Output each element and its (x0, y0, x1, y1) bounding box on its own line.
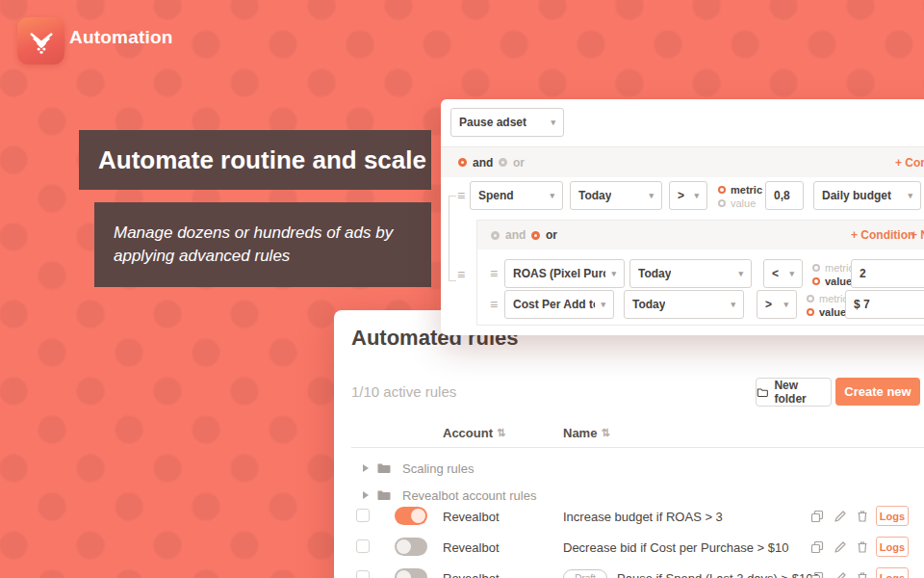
delete-icon[interactable] (856, 571, 869, 578)
column-header-account[interactable]: Account ⇅ (443, 426, 505, 440)
rule-name-cell: Increase budget if ROAS > 3 (563, 510, 723, 524)
divider (351, 447, 924, 448)
sort-icon: ⇅ (497, 427, 505, 439)
edit-icon[interactable] (834, 571, 847, 578)
chevron-down-icon: ▾ (550, 191, 554, 200)
value-input[interactable]: $ 7 (845, 290, 924, 319)
condition-group-header: and or + Condition (441, 147, 924, 177)
metric-value-radios: metric value (807, 292, 848, 319)
page-title: Automation (69, 27, 173, 48)
rule-row: Revealbot Increase budget if ROAS > 3 Lo… (334, 501, 924, 532)
row-checkbox[interactable] (356, 539, 370, 553)
chevron-down-icon: ▾ (649, 191, 654, 200)
radio-selected-icon (807, 308, 814, 316)
radio-unselected-icon (807, 295, 814, 302)
operator-select[interactable]: > ▾ (669, 181, 707, 210)
value-input[interactable]: 2 (851, 259, 924, 288)
edit-icon[interactable] (834, 540, 847, 554)
folder-row[interactable]: Scaling rules (334, 455, 924, 482)
metric-radio[interactable]: metric (718, 183, 762, 197)
new-folder-button[interactable]: New folder (756, 378, 832, 407)
radio-selected-icon (458, 158, 467, 167)
chevron-down-icon: ▾ (611, 269, 616, 278)
value-input[interactable]: 0,8 (765, 181, 804, 210)
drag-handle[interactable]: ≡ (457, 268, 465, 281)
folder-icon (377, 489, 391, 501)
chevron-down-icon: ▾ (601, 300, 605, 309)
account-cell: Revealbot (443, 540, 500, 555)
create-new-button[interactable]: Create new (835, 378, 920, 406)
add-new-group-link[interactable]: + New group (911, 221, 924, 250)
duplicate-icon[interactable] (810, 540, 824, 554)
metric-value-radios: metric value (718, 183, 762, 210)
metric-value-radios: metric value (812, 261, 854, 288)
chevron-down-icon: ▾ (731, 300, 735, 309)
folder-icon (377, 462, 391, 474)
delete-icon[interactable] (856, 540, 869, 554)
edit-icon[interactable] (834, 510, 847, 523)
radio-selected-icon (718, 186, 726, 194)
page-background: Automation Automate routine and scale Ma… (0, 0, 924, 578)
row-checkbox[interactable] (356, 509, 370, 522)
value-radio[interactable]: value (812, 275, 854, 288)
nested-group-header: and or + Condition + New group (477, 221, 924, 250)
add-condition-link[interactable]: + Condition (895, 147, 924, 177)
rule-enabled-toggle[interactable] (395, 538, 427, 556)
logs-button[interactable]: Logs (876, 506, 909, 526)
revealbot-logo-icon (27, 27, 56, 56)
rule-builder-panel: Pause adset ▾ and or + Condition ≡ ≡ Spe… (441, 99, 924, 335)
radio-unselected-icon (812, 264, 820, 272)
draft-badge: Draft (563, 569, 607, 578)
value-radio[interactable]: value (807, 305, 848, 319)
rule-name-cell: Pause if Spend (Last 3 days) > $100 (617, 571, 820, 578)
drag-handle[interactable]: ≡ (490, 298, 498, 311)
row-checkbox[interactable] (356, 570, 370, 578)
rule-enabled-toggle[interactable] (395, 507, 427, 525)
expand-caret-icon[interactable] (363, 464, 369, 472)
account-cell: Revealbot (443, 571, 500, 578)
column-header-name[interactable]: Name ⇅ (563, 426, 610, 440)
chevron-down-icon: ▾ (551, 118, 555, 127)
or-radio[interactable]: or (499, 147, 525, 177)
chevron-down-icon: ▾ (908, 191, 912, 200)
sort-icon: ⇅ (601, 427, 609, 439)
radio-selected-icon (812, 277, 820, 285)
duplicate-icon[interactable] (810, 571, 824, 578)
or-radio[interactable]: or (531, 221, 557, 250)
tree-bracket (449, 196, 456, 281)
and-radio[interactable]: and (458, 147, 493, 177)
logs-button[interactable]: Logs (876, 537, 909, 557)
drag-handle[interactable]: ≡ (490, 267, 498, 280)
metric-radio[interactable]: metric (807, 292, 848, 305)
compare-metric-select[interactable]: Daily budget ▾ (813, 181, 921, 210)
metric-select[interactable]: ROAS (Pixel Purchase Rev ▾ (504, 259, 625, 288)
operator-select[interactable]: > ▾ (757, 290, 797, 319)
timerange-select[interactable]: Today ▾ (624, 290, 744, 319)
duplicate-icon[interactable] (810, 510, 824, 523)
metric-select[interactable]: Spend ▾ (470, 181, 563, 210)
operator-select[interactable]: < ▾ (763, 259, 803, 288)
add-condition-link[interactable]: + Condition (851, 221, 914, 250)
rule-enabled-toggle[interactable] (395, 568, 427, 578)
metric-select[interactable]: Cost Per Add to Cart (P ▾ (504, 290, 614, 319)
drag-handle[interactable]: ≡ (457, 189, 465, 202)
timerange-select[interactable]: Today ▾ (629, 259, 752, 288)
chevron-down-icon: ▾ (738, 269, 743, 278)
active-rules-count: 1/10 active rules (351, 383, 456, 400)
headline-text: Automate routine and scale (98, 145, 426, 175)
metric-radio[interactable]: metric (812, 261, 854, 275)
radio-unselected-icon (718, 199, 726, 207)
rule-name-cell: Decrease bid if Cost per Purchase > $10 (563, 540, 789, 555)
chevron-down-icon: ▾ (789, 269, 794, 278)
subtext-banner: Manage dozens or hundreds of ads by appl… (94, 202, 431, 287)
expand-caret-icon[interactable] (363, 491, 369, 499)
and-radio[interactable]: and (491, 221, 526, 250)
action-type-select[interactable]: Pause adset ▾ (450, 108, 564, 137)
delete-icon[interactable] (856, 510, 869, 523)
logs-button[interactable]: Logs (876, 567, 909, 578)
value-radio[interactable]: value (718, 197, 762, 210)
chevron-down-icon: ▾ (783, 300, 788, 309)
nested-condition-group: and or + Condition + New group ≡ ROAS (P… (476, 220, 924, 326)
timerange-select[interactable]: Today ▾ (570, 181, 662, 210)
headline-banner: Automate routine and scale (79, 130, 431, 190)
